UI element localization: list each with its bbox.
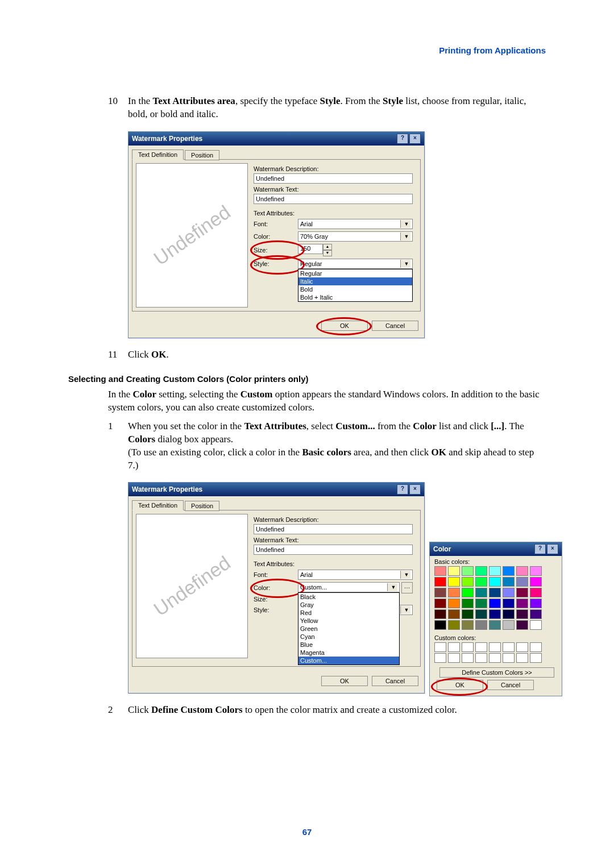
color-swatch[interactable] [530, 620, 542, 630]
color-swatch[interactable] [434, 566, 446, 576]
color-swatch[interactable] [448, 609, 460, 619]
spinner-up-icon[interactable]: ▲ [323, 244, 332, 250]
custom-swatch[interactable] [530, 653, 542, 663]
color-swatch[interactable] [475, 588, 487, 597]
color-option[interactable]: Custom... [298, 657, 399, 665]
color-swatch[interactable] [475, 566, 487, 576]
dropdown-font[interactable]: Arial▼ [298, 219, 413, 229]
color-swatch[interactable] [516, 620, 528, 630]
ok-button[interactable]: OK [321, 321, 368, 331]
custom-swatch[interactable] [489, 642, 501, 652]
color-swatch[interactable] [530, 566, 542, 576]
style-option[interactable]: Bold + Italic [298, 293, 412, 301]
color-swatch[interactable] [462, 620, 474, 630]
color-swatch[interactable] [516, 577, 528, 587]
color-swatch[interactable] [434, 599, 446, 608]
custom-swatch[interactable] [434, 653, 446, 663]
color-swatch[interactable] [462, 599, 474, 608]
tab-text-definition[interactable]: Text Definition [132, 149, 184, 160]
dropdown-color-list[interactable]: Black Gray Red Yellow Green Cyan Blue Ma… [298, 592, 400, 665]
tab-position[interactable]: Position [185, 150, 219, 160]
color-swatch[interactable] [516, 588, 528, 597]
color-swatch[interactable] [516, 566, 528, 576]
custom-swatch[interactable] [448, 653, 460, 663]
color-swatch[interactable] [462, 566, 474, 576]
help-icon[interactable]: ? [534, 544, 546, 554]
color-swatch[interactable] [475, 577, 487, 587]
color-swatch[interactable] [489, 566, 501, 576]
color-swatch[interactable] [434, 588, 446, 597]
color-swatch[interactable] [448, 620, 460, 630]
ok-button[interactable]: OK [321, 676, 368, 686]
input-wm-description[interactable] [254, 173, 413, 184]
color-option[interactable]: Yellow [298, 617, 399, 625]
input-wm-text[interactable] [254, 194, 413, 204]
color-swatch[interactable] [462, 609, 474, 619]
color-swatch[interactable] [530, 599, 542, 608]
color-swatch[interactable] [516, 609, 528, 619]
custom-swatch[interactable] [434, 642, 446, 652]
color-swatch[interactable] [448, 566, 460, 576]
custom-swatch[interactable] [503, 653, 515, 663]
spinbox-size[interactable]: 150▲▼ [298, 244, 413, 256]
custom-swatch[interactable] [503, 642, 515, 652]
custom-swatch[interactable] [530, 642, 542, 652]
cancel-button[interactable]: Cancel [372, 321, 418, 331]
color-swatch[interactable] [503, 609, 515, 619]
custom-swatch[interactable] [516, 642, 528, 652]
close-icon[interactable]: × [409, 484, 421, 495]
color-swatch[interactable] [530, 577, 542, 587]
custom-swatch[interactable] [516, 653, 528, 663]
dropdown-font[interactable]: Arial▼ [298, 570, 413, 580]
color-swatch[interactable] [462, 588, 474, 597]
color-swatch[interactable] [503, 599, 515, 608]
color-swatch[interactable] [475, 620, 487, 630]
color-swatch[interactable] [530, 588, 542, 597]
color-swatch[interactable] [448, 588, 460, 597]
tab-text-definition[interactable]: Text Definition [132, 500, 184, 510]
spinner-down-icon[interactable]: ▼ [323, 250, 332, 256]
input-wm-text[interactable] [254, 545, 413, 555]
color-swatch[interactable] [489, 577, 501, 587]
color-option[interactable]: Red [298, 609, 399, 617]
cancel-button[interactable]: Cancel [372, 676, 418, 686]
color-swatch[interactable] [434, 620, 446, 630]
custom-swatch[interactable] [475, 653, 487, 663]
tab-position[interactable]: Position [185, 501, 219, 511]
custom-swatch[interactable] [475, 642, 487, 652]
color-swatch[interactable] [503, 577, 515, 587]
close-icon[interactable]: × [547, 544, 558, 554]
color-swatch[interactable] [530, 609, 542, 619]
custom-swatch[interactable] [462, 642, 474, 652]
color-swatch[interactable] [503, 588, 515, 597]
custom-swatch[interactable] [462, 653, 474, 663]
color-swatch[interactable] [475, 609, 487, 619]
color-swatch[interactable] [489, 588, 501, 597]
ellipsis-button[interactable]: … [401, 582, 413, 593]
color-swatch[interactable] [489, 620, 501, 630]
dropdown-color[interactable]: 70% Gray▼ [298, 231, 413, 242]
custom-swatch[interactable] [448, 642, 460, 652]
help-icon[interactable]: ? [397, 134, 408, 144]
color-swatch[interactable] [503, 620, 515, 630]
color-option[interactable]: Gray [298, 601, 399, 609]
custom-swatch[interactable] [489, 653, 501, 663]
color-swatch[interactable] [448, 577, 460, 587]
color-option[interactable]: Green [298, 625, 399, 633]
color-swatch[interactable] [475, 599, 487, 608]
style-option[interactable]: Italic [298, 277, 412, 285]
define-custom-colors-button[interactable]: Define Custom Colors >> [439, 667, 554, 678]
ok-button[interactable]: OK [437, 680, 483, 690]
input-wm-description[interactable] [254, 524, 413, 534]
color-swatch[interactable] [489, 609, 501, 619]
color-swatch[interactable] [434, 609, 446, 619]
style-option[interactable]: Bold [298, 285, 412, 293]
color-option[interactable]: Cyan [298, 633, 399, 641]
color-swatch[interactable] [462, 577, 474, 587]
dropdown-color[interactable]: Custom...▼ [298, 582, 400, 592]
color-option[interactable]: Magenta [298, 649, 399, 657]
color-swatch[interactable] [516, 599, 528, 608]
style-option[interactable]: Regular [298, 269, 412, 277]
dropdown-style-list[interactable]: Regular Italic Bold Bold + Italic [298, 269, 413, 302]
color-swatch[interactable] [448, 599, 460, 608]
